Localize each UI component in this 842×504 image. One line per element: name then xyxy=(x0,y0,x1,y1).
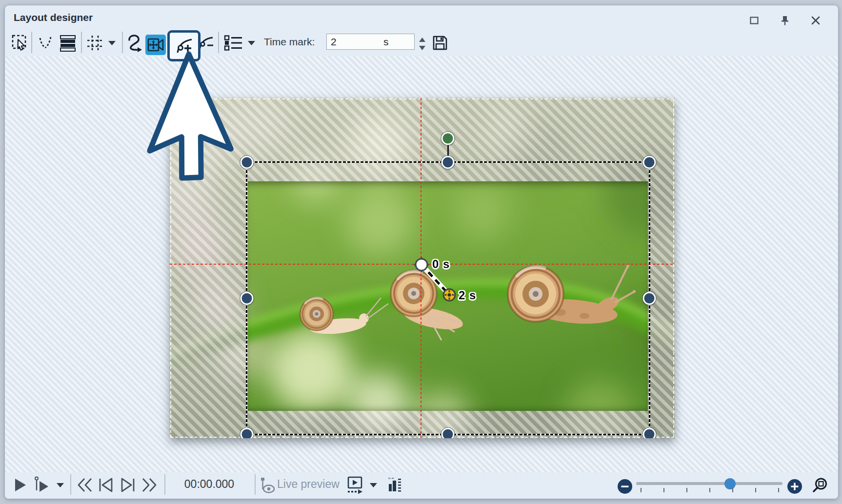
previous-keyframe-button[interactable] xyxy=(97,474,115,496)
keyframe-marker-2s[interactable] xyxy=(441,287,458,303)
list-icon xyxy=(223,35,243,51)
grid-icon xyxy=(86,34,104,52)
magnifier-icon xyxy=(811,476,829,495)
playback-separator xyxy=(70,474,71,495)
toolbar-separator xyxy=(218,32,219,53)
remove-keyframe-icon xyxy=(198,35,215,51)
playback-separator xyxy=(255,474,256,495)
zoom-out-button[interactable] xyxy=(617,476,633,497)
toolbar-separator xyxy=(31,32,32,53)
time-mark-label: Time mark: xyxy=(264,36,315,48)
time-mark-input[interactable] xyxy=(326,34,415,50)
keyframe-list-dropdown[interactable] xyxy=(245,33,258,53)
object-list-button[interactable] xyxy=(57,33,79,53)
window-title: Layout designer xyxy=(14,12,93,23)
add-keyframe-button-highlighted[interactable] xyxy=(167,30,200,61)
playback-separator xyxy=(164,474,165,495)
chevron-down-icon xyxy=(370,483,377,487)
pin-button[interactable] xyxy=(779,14,791,27)
keyframe-label-0s: 0 s xyxy=(432,257,450,271)
zoom-in-button[interactable] xyxy=(786,476,803,497)
maximize-button[interactable] xyxy=(748,14,761,27)
camera-pan-button[interactable] xyxy=(145,35,166,55)
keyframe-marker-0s[interactable] xyxy=(414,257,430,273)
chevron-down-icon xyxy=(57,483,64,487)
camera-move-icon xyxy=(147,37,164,53)
toolbar-separator xyxy=(122,32,123,53)
toolbar-separator xyxy=(81,32,82,53)
maximize-icon xyxy=(750,17,759,24)
levels-icon xyxy=(387,477,403,493)
next-keyframe-button[interactable] xyxy=(119,474,137,496)
play-icon xyxy=(14,478,27,492)
dotted-path-icon xyxy=(37,34,54,52)
pin-icon xyxy=(780,15,790,26)
chevron-down-icon xyxy=(248,41,255,45)
s-curve-icon xyxy=(126,33,144,53)
save-button[interactable] xyxy=(430,33,450,53)
select-tool-button[interactable] xyxy=(10,33,30,53)
statistics-button[interactable] xyxy=(386,474,404,496)
live-preview-toggle[interactable] xyxy=(258,474,277,496)
rewind-icon xyxy=(77,478,93,492)
plus-icon xyxy=(787,479,802,494)
save-icon xyxy=(431,34,449,52)
play-options-dropdown[interactable] xyxy=(54,474,66,496)
skip-to-start-button[interactable] xyxy=(76,474,94,496)
show-path-button[interactable] xyxy=(36,33,55,53)
live-preview-eye-icon xyxy=(259,476,276,494)
fast-forward-icon xyxy=(141,478,158,492)
play-from-here-button[interactable] xyxy=(33,474,51,496)
layout-canvas[interactable]: 0 s 2 s xyxy=(170,98,675,438)
render-preview-icon xyxy=(346,476,364,494)
step-back-icon xyxy=(98,478,114,492)
motion-path-button[interactable] xyxy=(125,33,145,53)
keyframe-list-button[interactable] xyxy=(222,33,244,53)
step-forward-icon xyxy=(120,478,136,492)
minus-icon xyxy=(617,479,633,494)
spinner-up-icon xyxy=(419,38,425,42)
time-display: 00:00.000 xyxy=(180,478,238,491)
zoom-fit-button[interactable] xyxy=(810,475,830,496)
grid-options-dropdown[interactable] xyxy=(105,33,118,53)
add-keyframe-icon xyxy=(174,36,194,56)
play-from-marker-icon xyxy=(34,476,50,494)
close-button[interactable] xyxy=(809,14,822,27)
skip-to-end-button[interactable] xyxy=(140,474,159,496)
time-mark-unit: s xyxy=(383,36,389,48)
time-mark-spin-up[interactable] xyxy=(417,36,427,43)
layout-designer-window: Layout designer xyxy=(0,0,842,504)
render-preview-button[interactable] xyxy=(345,474,365,496)
keyframe-label-2s: 2 s xyxy=(459,289,476,302)
select-tool-icon xyxy=(11,34,29,52)
render-options-dropdown[interactable] xyxy=(367,474,380,496)
zoom-slider-thumb[interactable] xyxy=(724,478,736,489)
close-icon xyxy=(811,16,820,25)
chevron-down-icon xyxy=(108,41,116,45)
live-preview-label: Live preview xyxy=(277,478,340,491)
grid-button[interactable] xyxy=(85,33,105,53)
window-frame: Layout designer xyxy=(4,5,839,499)
play-button[interactable] xyxy=(12,474,29,496)
layers-icon xyxy=(58,34,78,52)
spinner-down-icon xyxy=(419,46,425,50)
zoom-slider-track[interactable] xyxy=(636,482,782,485)
time-mark-spin-down[interactable] xyxy=(417,44,427,52)
